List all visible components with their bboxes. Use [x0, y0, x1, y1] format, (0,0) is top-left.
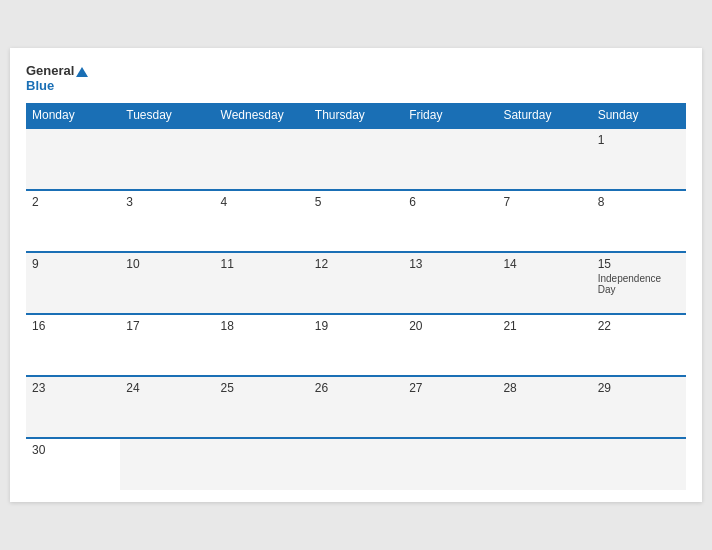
day-number: 5: [315, 195, 397, 209]
day-cell: [120, 128, 214, 190]
day-cell: 23: [26, 376, 120, 438]
day-cell: 6: [403, 190, 497, 252]
day-number: 15: [598, 257, 680, 271]
day-number: 20: [409, 319, 491, 333]
day-cell: [403, 438, 497, 490]
day-number: 18: [221, 319, 303, 333]
day-cell: 15Independence Day: [592, 252, 686, 314]
day-cell: 30: [26, 438, 120, 490]
day-cell: 10: [120, 252, 214, 314]
calendar-header: General Blue: [26, 64, 686, 93]
day-cell: 8: [592, 190, 686, 252]
day-cell: [309, 128, 403, 190]
day-cell: 5: [309, 190, 403, 252]
day-cell: 4: [215, 190, 309, 252]
weekday-header-thursday: Thursday: [309, 103, 403, 128]
day-cell: 1: [592, 128, 686, 190]
day-cell: 25: [215, 376, 309, 438]
day-cell: 19: [309, 314, 403, 376]
day-cell: 2: [26, 190, 120, 252]
day-cell: 27: [403, 376, 497, 438]
calendar-container: General Blue MondayTuesdayWednesdayThurs…: [10, 48, 702, 502]
weekday-header-tuesday: Tuesday: [120, 103, 214, 128]
logo: General Blue: [26, 64, 88, 93]
day-cell: [497, 128, 591, 190]
day-cell: [497, 438, 591, 490]
weekday-header-sunday: Sunday: [592, 103, 686, 128]
day-number: 25: [221, 381, 303, 395]
day-number: 2: [32, 195, 114, 209]
day-cell: 7: [497, 190, 591, 252]
day-number: 28: [503, 381, 585, 395]
day-number: 1: [598, 133, 680, 147]
day-cell: 28: [497, 376, 591, 438]
day-event: Independence Day: [598, 273, 680, 295]
day-cell: 17: [120, 314, 214, 376]
day-number: 12: [315, 257, 397, 271]
day-number: 26: [315, 381, 397, 395]
logo-blue-text: Blue: [26, 79, 88, 93]
weekday-header-friday: Friday: [403, 103, 497, 128]
day-number: 8: [598, 195, 680, 209]
day-cell: 26: [309, 376, 403, 438]
day-cell: 18: [215, 314, 309, 376]
week-row-1: 2345678: [26, 190, 686, 252]
day-number: 21: [503, 319, 585, 333]
day-number: 14: [503, 257, 585, 271]
day-cell: 13: [403, 252, 497, 314]
day-cell: [26, 128, 120, 190]
day-cell: [592, 438, 686, 490]
day-number: 9: [32, 257, 114, 271]
calendar-table: MondayTuesdayWednesdayThursdayFridaySatu…: [26, 103, 686, 490]
day-number: 29: [598, 381, 680, 395]
day-number: 24: [126, 381, 208, 395]
day-number: 3: [126, 195, 208, 209]
logo-triangle-icon: [76, 67, 88, 77]
day-cell: 22: [592, 314, 686, 376]
weekday-header-row: MondayTuesdayWednesdayThursdayFridaySatu…: [26, 103, 686, 128]
day-number: 23: [32, 381, 114, 395]
day-cell: 3: [120, 190, 214, 252]
weekday-header-monday: Monday: [26, 103, 120, 128]
day-number: 13: [409, 257, 491, 271]
day-number: 10: [126, 257, 208, 271]
day-cell: [120, 438, 214, 490]
logo-general-text: General: [26, 64, 88, 78]
week-row-2: 9101112131415Independence Day: [26, 252, 686, 314]
day-number: 7: [503, 195, 585, 209]
day-cell: 21: [497, 314, 591, 376]
day-cell: [309, 438, 403, 490]
weekday-header-wednesday: Wednesday: [215, 103, 309, 128]
day-number: 30: [32, 443, 114, 457]
day-number: 6: [409, 195, 491, 209]
day-number: 11: [221, 257, 303, 271]
day-cell: 9: [26, 252, 120, 314]
day-number: 4: [221, 195, 303, 209]
day-cell: 14: [497, 252, 591, 314]
day-cell: 16: [26, 314, 120, 376]
day-cell: 20: [403, 314, 497, 376]
week-row-3: 16171819202122: [26, 314, 686, 376]
day-cell: 12: [309, 252, 403, 314]
day-cell: [403, 128, 497, 190]
week-row-5: 30: [26, 438, 686, 490]
day-cell: 11: [215, 252, 309, 314]
day-cell: [215, 438, 309, 490]
day-number: 22: [598, 319, 680, 333]
day-number: 19: [315, 319, 397, 333]
day-number: 16: [32, 319, 114, 333]
day-number: 17: [126, 319, 208, 333]
day-number: 27: [409, 381, 491, 395]
day-cell: 24: [120, 376, 214, 438]
week-row-4: 23242526272829: [26, 376, 686, 438]
day-cell: 29: [592, 376, 686, 438]
week-row-0: 1: [26, 128, 686, 190]
day-cell: [215, 128, 309, 190]
weekday-header-saturday: Saturday: [497, 103, 591, 128]
